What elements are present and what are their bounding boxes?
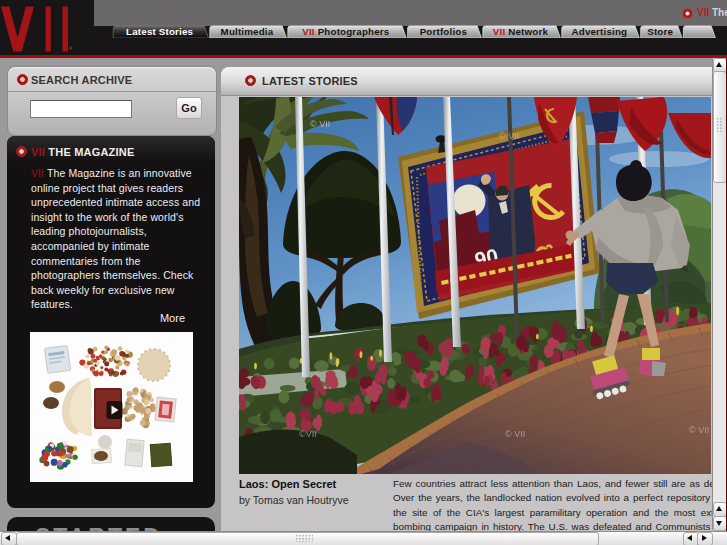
svg-text:Portfolios: Portfolios bbox=[420, 26, 468, 37]
svg-text:© VII: © VII bbox=[310, 119, 330, 129]
svg-text:© VII: © VII bbox=[689, 425, 709, 435]
svg-text:VII Photographers: VII Photographers bbox=[302, 26, 390, 37]
svg-text:Latest Stories: Latest Stories bbox=[126, 26, 193, 37]
svg-text:Store: Store bbox=[647, 26, 673, 37]
svg-text:© VII: © VII bbox=[505, 429, 525, 439]
svg-text:Multimedia: Multimedia bbox=[221, 26, 274, 37]
svg-text:© VII: © VII bbox=[499, 131, 519, 141]
svg-text:©VII: ©VII bbox=[299, 429, 317, 439]
svg-text:VII Network: VII Network bbox=[493, 26, 549, 37]
svg-text:Advertising: Advertising bbox=[572, 26, 628, 37]
